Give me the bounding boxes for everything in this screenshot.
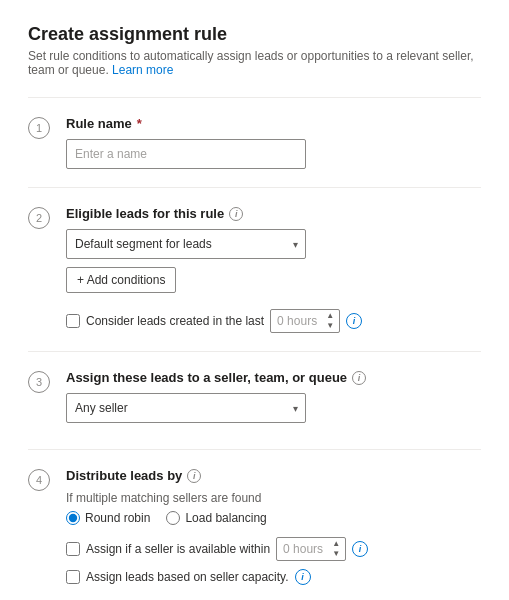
available-hours-spinner: ▲ ▼: [276, 537, 346, 561]
consider-hours-down-button[interactable]: ▼: [322, 321, 338, 331]
assign-select-wrapper: Any seller ▾: [66, 393, 306, 423]
add-conditions-button[interactable]: + Add conditions: [66, 267, 176, 293]
available-info-icon[interactable]: i: [352, 541, 368, 557]
section-1-content: Rule name *: [66, 116, 481, 169]
section-2-content: Eligible leads for this rule i Default s…: [66, 206, 481, 333]
radio-round-robin[interactable]: Round robin: [66, 511, 150, 525]
radio-round-robin-label: Round robin: [85, 511, 150, 525]
section-rule-name: 1 Rule name *: [28, 97, 481, 187]
section-number-3: 3: [28, 371, 50, 393]
page-subtitle: Set rule conditions to automatically ass…: [28, 49, 481, 77]
radio-round-robin-input[interactable]: [66, 511, 80, 525]
page-title: Create assignment rule: [28, 24, 481, 45]
available-hours-arrows: ▲ ▼: [328, 537, 344, 561]
consider-leads-checkbox[interactable]: [66, 314, 80, 328]
section-3-content: Assign these leads to a seller, team, or…: [66, 370, 481, 431]
radio-load-balancing-input[interactable]: [166, 511, 180, 525]
section-number-2: 2: [28, 207, 50, 229]
radio-load-balancing-label: Load balancing: [185, 511, 266, 525]
consider-hours-arrows: ▲ ▼: [322, 309, 338, 333]
consider-info-icon[interactable]: i: [346, 313, 362, 329]
rule-name-input[interactable]: [66, 139, 306, 169]
section-assign-seller: 3 Assign these leads to a seller, team, …: [28, 351, 481, 449]
seller-capacity-row: Assign leads based on seller capacity. i: [66, 569, 481, 585]
distribute-subtitle: If multiple matching sellers are found: [66, 491, 481, 505]
distribute-info-icon[interactable]: i: [187, 469, 201, 483]
section-number-4: 4: [28, 469, 50, 491]
section-eligible-leads: 2 Eligible leads for this rule i Default…: [28, 187, 481, 351]
section-3-label: Assign these leads to a seller, team, or…: [66, 370, 481, 385]
section-4-content: Distribute leads by i If multiple matchi…: [66, 468, 481, 593]
assign-seller-info-icon[interactable]: i: [352, 371, 366, 385]
section-number-1: 1: [28, 117, 50, 139]
seller-capacity-label: Assign leads based on seller capacity.: [86, 570, 289, 584]
section-1-label: Rule name *: [66, 116, 481, 131]
segment-select[interactable]: Default segment for leads: [66, 229, 306, 259]
segment-select-wrapper: Default segment for leads ▾: [66, 229, 306, 259]
section-4-label: Distribute leads by i: [66, 468, 481, 483]
radio-group: Round robin Load balancing: [66, 511, 481, 525]
consider-hours-spinner: ▲ ▼: [270, 309, 340, 333]
section-distribute-leads: 4 Distribute leads by i If multiple matc…: [28, 449, 481, 600]
available-within-row: Assign if a seller is available within ▲…: [66, 537, 481, 561]
seller-capacity-checkbox[interactable]: [66, 570, 80, 584]
consider-label: Consider leads created in the last: [86, 314, 264, 328]
consider-row: Consider leads created in the last ▲ ▼ i: [66, 309, 481, 333]
available-hours-up-button[interactable]: ▲: [328, 539, 344, 549]
available-within-label: Assign if a seller is available within: [86, 542, 270, 556]
consider-hours-up-button[interactable]: ▲: [322, 311, 338, 321]
required-asterisk: *: [137, 116, 142, 131]
eligible-leads-info-icon[interactable]: i: [229, 207, 243, 221]
available-within-checkbox[interactable]: [66, 542, 80, 556]
capacity-info-icon[interactable]: i: [295, 569, 311, 585]
section-2-label: Eligible leads for this rule i: [66, 206, 481, 221]
available-hours-down-button[interactable]: ▼: [328, 549, 344, 559]
radio-load-balancing[interactable]: Load balancing: [166, 511, 266, 525]
assign-select[interactable]: Any seller: [66, 393, 306, 423]
learn-more-link[interactable]: Learn more: [112, 63, 173, 77]
